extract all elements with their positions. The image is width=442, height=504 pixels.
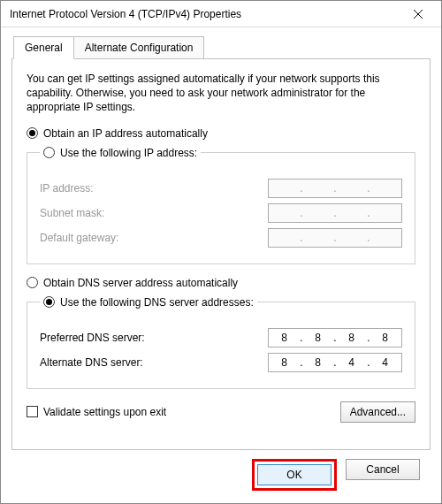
cancel-button[interactable]: Cancel	[346, 459, 420, 480]
ok-highlight: OK	[252, 459, 337, 491]
group-dns-manual: Use the following DNS server addresses: …	[27, 293, 415, 389]
radio-icon	[27, 127, 38, 139]
intro-text: You can get IP settings assigned automat…	[27, 72, 415, 115]
row-preferred-dns: Preferred DNS server: 8. 8. 8. 8	[40, 328, 402, 347]
dialog-window: Internet Protocol Version 4 (TCP/IPv4) P…	[0, 0, 442, 504]
radio-dns-auto[interactable]: Obtain DNS server address automatically	[27, 277, 415, 289]
group-ip-manual: Use the following IP address: IP address…	[27, 143, 415, 264]
preferred-dns-input[interactable]: 8. 8. 8. 8	[268, 328, 402, 347]
radio-ip-auto[interactable]: Obtain an IP address automatically	[27, 127, 415, 140]
row-default-gateway: Default gateway: . . .	[40, 228, 402, 248]
tabstrip: General Alternate Configuration	[11, 36, 431, 59]
row-alternate-dns: Alternate DNS server: 8. 8. 4. 4	[40, 353, 402, 372]
preferred-dns-label: Preferred DNS server:	[40, 332, 268, 344]
window-title: Internet Protocol Version 4 (TCP/IPv4) P…	[10, 8, 400, 20]
alternate-dns-label: Alternate DNS server:	[40, 356, 268, 369]
ip-address-input[interactable]: . . .	[268, 179, 402, 198]
radio-icon	[43, 296, 55, 308]
advanced-button[interactable]: Advanced...	[340, 401, 415, 423]
radio-dns-auto-label: Obtain DNS server address automatically	[43, 277, 238, 289]
radio-dns-manual[interactable]: Use the following DNS server addresses:	[43, 296, 254, 309]
client-area: General Alternate Configuration You can …	[1, 27, 441, 503]
bottom-row: Validate settings upon exit Advanced...	[27, 401, 415, 423]
row-ip-address: IP address: . . .	[40, 179, 402, 198]
radio-ip-manual-label: Use the following IP address:	[60, 147, 197, 159]
default-gateway-input[interactable]: . . .	[268, 228, 402, 248]
radio-icon	[43, 147, 55, 158]
close-icon	[414, 10, 423, 19]
validate-label: Validate settings upon exit	[43, 406, 166, 418]
subnet-mask-label: Subnet mask:	[40, 207, 268, 219]
radio-dns-manual-label: Use the following DNS server addresses:	[60, 296, 254, 309]
row-subnet-mask: Subnet mask: . . .	[40, 203, 402, 223]
radio-ip-manual[interactable]: Use the following IP address:	[43, 147, 197, 159]
ok-button[interactable]: OK	[257, 464, 332, 485]
tab-general-label: General	[25, 42, 63, 54]
default-gateway-label: Default gateway:	[40, 232, 268, 244]
subnet-mask-input[interactable]: . . .	[268, 203, 402, 223]
ip-address-label: IP address:	[40, 182, 268, 195]
tab-general[interactable]: General	[13, 36, 74, 59]
tab-alt-label: Alternate Configuration	[85, 42, 194, 54]
close-button[interactable]	[400, 2, 436, 27]
tabpanel-general: You can get IP settings assigned automat…	[11, 58, 431, 450]
radio-ip-auto-label: Obtain an IP address automatically	[43, 127, 208, 140]
dialog-footer: OK Cancel	[11, 450, 431, 491]
alternate-dns-input[interactable]: 8. 8. 4. 4	[268, 353, 402, 372]
radio-icon	[27, 277, 38, 288]
validate-checkbox[interactable]	[27, 406, 38, 417]
tab-alternate-configuration[interactable]: Alternate Configuration	[74, 36, 205, 59]
titlebar: Internet Protocol Version 4 (TCP/IPv4) P…	[1, 1, 441, 27]
